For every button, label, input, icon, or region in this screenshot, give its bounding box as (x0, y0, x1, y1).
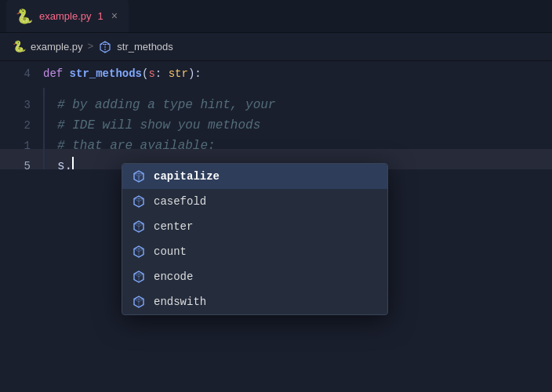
autocomplete-icon-4 (132, 245, 146, 259)
tab-bar: 🐍 example.py 1 × (0, 0, 552, 33)
python-file-icon: 🐍 (16, 8, 33, 25)
autocomplete-label-5: encode (154, 270, 193, 283)
comment-line-2: # IDE will show you methods (57, 118, 260, 132)
code-line-3: 3 # by adding a type hint, your (0, 88, 552, 108)
indent-bar-1 (43, 129, 51, 149)
breadcrumb-method-icon (98, 40, 112, 54)
code-content-4: def str_methods(s: str): (43, 67, 202, 80)
autocomplete-item-3[interactable]: center (122, 214, 387, 239)
dot: . (65, 159, 73, 173)
autocomplete-item-4[interactable]: count (122, 239, 387, 264)
text-cursor (72, 157, 74, 169)
autocomplete-label-4: count (154, 245, 187, 258)
breadcrumb-python-icon: 🐍 (13, 40, 26, 53)
autocomplete-icon-2 (132, 194, 146, 209)
function-name: str_methods (70, 67, 142, 80)
autocomplete-item-5[interactable]: encode (122, 264, 387, 289)
indent-bar-2 (43, 108, 51, 129)
indent-bar-3 (43, 88, 51, 108)
autocomplete-label-1: capitalize (154, 170, 220, 183)
breadcrumb-file[interactable]: example.py (31, 41, 82, 53)
tab-filename: example.py (39, 10, 91, 22)
breadcrumb: 🐍 example.py > str_methods (0, 33, 552, 61)
comment-line-1: # that are available: (57, 139, 216, 153)
var-s: s (57, 159, 65, 173)
autocomplete-item-2[interactable]: casefold (122, 189, 387, 214)
autocomplete-label-6: endswith (154, 296, 206, 308)
breadcrumb-method[interactable]: str_methods (117, 41, 173, 53)
line-number-4: 4 (0, 67, 43, 80)
indent-bar-5 (43, 149, 51, 169)
comment-line-3: # by adding a type hint, your (57, 98, 275, 112)
autocomplete-label-3: center (154, 220, 193, 233)
autocomplete-icon-3 (132, 220, 146, 234)
line-number-3: 3 (0, 99, 43, 111)
tab-example-py[interactable]: 🐍 example.py 1 × (6, 0, 129, 32)
line-number-2: 2 (0, 119, 43, 132)
autocomplete-label-2: casefold (154, 195, 206, 208)
tab-badge: 1 (97, 10, 103, 22)
keyword-def: def (43, 67, 70, 80)
autocomplete-dropdown: capitalize casefold center (122, 163, 388, 315)
line-number-1: 1 (0, 140, 43, 152)
autocomplete-item-6[interactable]: endswith (122, 289, 387, 314)
autocomplete-icon-6 (132, 295, 146, 309)
autocomplete-icon-5 (132, 270, 146, 284)
autocomplete-icon-1 (132, 169, 146, 183)
code-line-4: 4 def str_methods(s: str): (0, 67, 552, 88)
autocomplete-item-1[interactable]: capitalize (122, 164, 387, 189)
tab-close-button[interactable]: × (110, 10, 119, 23)
editor: 4 def str_methods(s: str): 3 # by adding… (0, 61, 552, 176)
breadcrumb-separator: > (87, 41, 93, 53)
line-number-5: 5 (0, 160, 43, 172)
